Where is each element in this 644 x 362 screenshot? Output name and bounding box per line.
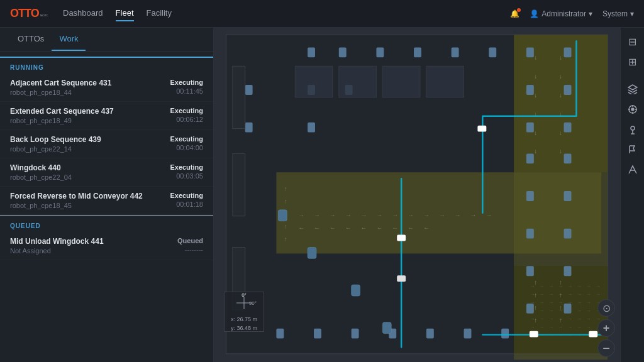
work-item-right-3: Executing 00:04:00 — [170, 135, 203, 151]
svg-text:→: → — [486, 212, 492, 219]
notification-dot — [517, 8, 521, 12]
svg-text:→: → — [330, 212, 336, 219]
work-item-4[interactable]: Wingdock 440 robot_ph_cpe22_04 Executing… — [0, 158, 213, 187]
work-item-1[interactable]: Adjacent Cart Sequence 431 robot_ph_cpe1… — [0, 74, 213, 102]
svg-text:→: → — [298, 212, 304, 219]
sidebar-content: RUNNING Adjacent Cart Sequence 431 robot… — [0, 52, 213, 362]
svg-text:→: → — [530, 283, 535, 289]
svg-text:→: → — [408, 212, 414, 219]
work-item-right-6: Queued -------- — [177, 237, 203, 253]
svg-rect-154 — [233, 66, 245, 128]
svg-rect-148 — [530, 331, 538, 337]
svg-text:→: → — [530, 324, 535, 330]
running-section-label: RUNNING — [0, 59, 213, 74]
svg-point-162 — [631, 108, 634, 111]
work-item-robot-3: robot_ph_cpe22_14 — [10, 145, 101, 153]
svg-text:→: → — [530, 292, 535, 297]
svg-text:→: → — [577, 300, 582, 305]
svg-text:↓: ↓ — [534, 129, 537, 136]
work-item-robot-2: robot_ph_cpe18_49 — [10, 117, 114, 124]
work-item-time-4: 00:03:05 — [170, 172, 203, 180]
nav-fleet[interactable]: Fleet — [116, 6, 134, 21]
system-menu[interactable]: System ▾ — [602, 9, 634, 18]
compass-reset-button[interactable]: ⊙ — [597, 299, 615, 317]
svg-text:→: → — [577, 316, 582, 322]
svg-rect-27 — [526, 191, 534, 201]
svg-text:→: → — [577, 283, 582, 289]
svg-text:←: ← — [345, 224, 352, 231]
svg-rect-22 — [308, 123, 315, 133]
svg-rect-14 — [526, 47, 534, 57]
work-item-time-5: 00:01:18 — [170, 200, 203, 208]
svg-text:→: → — [586, 283, 591, 289]
chevron-down-icon: ▾ — [589, 9, 592, 18]
svg-rect-153 — [426, 66, 464, 97]
svg-text:MOTORS: MOTORS — [40, 14, 48, 17]
svg-text:→: → — [586, 292, 591, 297]
svg-text:→: → — [470, 212, 476, 219]
svg-text:→: → — [596, 283, 601, 289]
logo-text: OTTO — [10, 7, 39, 20]
system-label: System — [602, 9, 628, 18]
work-item-time-6: -------- — [177, 246, 203, 253]
svg-text:→: → — [558, 283, 564, 289]
svg-rect-41 — [501, 329, 509, 339]
work-item-time-1: 00:11:45 — [170, 87, 203, 95]
svg-text:←: ← — [392, 224, 398, 231]
svg-text:→: → — [530, 316, 535, 322]
work-item-name-1: Adjacent Cart Sequence 431 — [10, 79, 111, 87]
work-item-3[interactable]: Back Loop Sequence 439 robot_ph_cpe22_14… — [0, 130, 213, 158]
map-area[interactable]: →→→ →→→ →→→ →→→ → ←←← ←←← ←←← ↓↓ ↓↓ ↓↓ ↓… — [214, 28, 620, 362]
svg-text:←: ← — [361, 224, 367, 231]
route-button[interactable] — [624, 161, 641, 178]
zoom-out-button[interactable]: − — [597, 339, 615, 357]
facility-map: →→→ →→→ →→→ →→→ → ←←← ←←← ←←← ↓↓ ↓↓ ↓↓ ↓… — [214, 28, 620, 362]
svg-rect-145 — [477, 126, 486, 132]
tab-ottos[interactable]: OTTOs — [10, 28, 52, 51]
nav-dashboard[interactable]: Dashboard — [63, 6, 103, 21]
svg-point-167 — [631, 126, 635, 130]
svg-rect-32 — [564, 266, 572, 276]
work-item-left-1: Adjacent Cart Sequence 431 robot_ph_cpe1… — [10, 79, 111, 96]
work-item-5[interactable]: Forced Reverse to Mid Conveyor 442 robot… — [0, 187, 213, 215]
work-item-2[interactable]: Extended Cart Sequence 437 robot_ph_cpe1… — [0, 102, 213, 130]
svg-text:→: → — [540, 300, 545, 305]
work-item-status-2: Executing — [170, 107, 203, 114]
svg-text:→: → — [577, 308, 582, 314]
svg-text:→: → — [392, 212, 398, 219]
svg-rect-23 — [526, 123, 534, 133]
svg-text:→: → — [596, 292, 601, 297]
work-item-6[interactable]: Mid Unload Wingdock 441 Not Assigned Que… — [0, 232, 213, 260]
svg-rect-8 — [308, 47, 315, 57]
svg-rect-25 — [526, 153, 534, 163]
system-chevron-icon: ▾ — [630, 9, 634, 18]
svg-text:→: → — [577, 324, 582, 330]
svg-text:↓: ↓ — [559, 148, 562, 155]
location-button[interactable] — [624, 101, 641, 118]
work-item-robot-4: robot_ph_cpe22_04 — [10, 173, 72, 181]
flag-button[interactable] — [624, 141, 641, 158]
svg-text:↑: ↑ — [284, 236, 287, 243]
svg-rect-15 — [564, 47, 572, 57]
map-list-view-button[interactable]: ⊟ — [624, 33, 641, 50]
svg-rect-40 — [464, 329, 472, 339]
work-item-time-2: 00:06:12 — [170, 116, 203, 123]
user-menu[interactable]: 👤 Administrator ▾ — [530, 9, 592, 18]
tab-work[interactable]: Work — [52, 28, 86, 51]
svg-rect-150 — [295, 66, 333, 97]
layers-button[interactable] — [624, 80, 641, 98]
svg-text:→: → — [439, 212, 445, 219]
svg-rect-19 — [526, 85, 534, 95]
nav-facility[interactable]: Facility — [147, 6, 172, 21]
map-grid-view-button[interactable]: ⊞ — [624, 53, 641, 70]
svg-text:→: → — [530, 300, 535, 305]
zoom-in-button[interactable]: + — [597, 319, 615, 337]
work-item-robot-6: Not Assigned — [10, 247, 104, 255]
notification-bell[interactable]: 🔔 — [510, 9, 519, 18]
svg-text:→: → — [558, 324, 564, 330]
svg-rect-12 — [452, 47, 459, 57]
running-indicator — [0, 57, 213, 58]
svg-rect-21 — [245, 123, 253, 133]
pin-button[interactable] — [624, 121, 641, 138]
svg-text:→: → — [314, 212, 320, 219]
